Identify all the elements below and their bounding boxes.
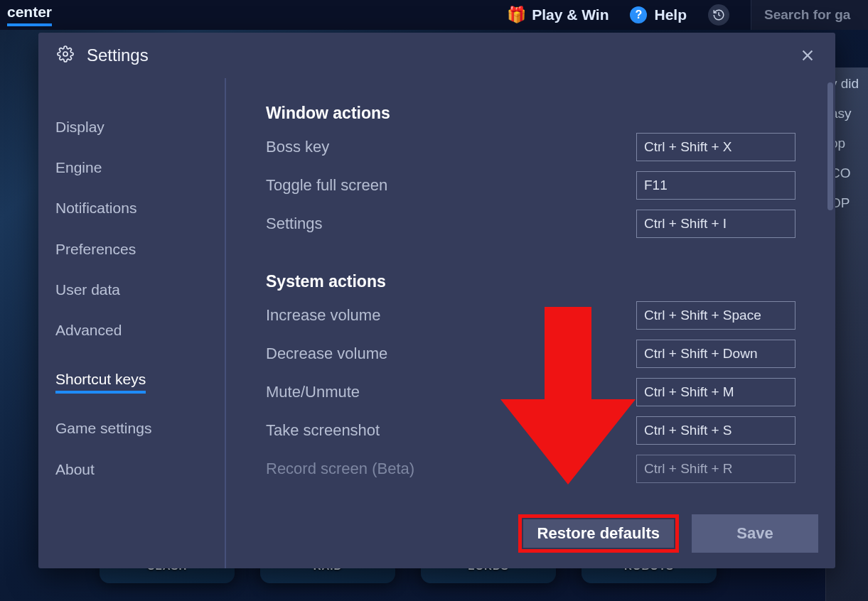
row-decrease-volume: Decrease volume Ctrl + Shift + Down: [266, 340, 795, 368]
section-window-actions-title: Window actions: [266, 104, 795, 123]
search-placeholder: Search for ga: [764, 7, 850, 23]
modal-title: Settings: [87, 45, 149, 65]
key-mute-unmute[interactable]: Ctrl + Shift + M: [636, 378, 795, 406]
key-decrease-volume[interactable]: Ctrl + Shift + Down: [636, 340, 795, 368]
sidebar-item-engine[interactable]: Engine: [55, 147, 225, 188]
sidebar-item-preferences[interactable]: Preferences: [55, 229, 225, 269]
label-increase-volume: Increase volume: [266, 306, 380, 325]
key-boss-key[interactable]: Ctrl + Shift + X: [636, 133, 795, 161]
settings-modal: Settings Display Engine Notifications Pr…: [38, 33, 835, 568]
row-mute-unmute: Mute/Unmute Ctrl + Shift + M: [266, 378, 795, 406]
svg-point-0: [63, 52, 68, 56]
help-link[interactable]: ? Help: [630, 6, 687, 23]
settings-sidebar: Display Engine Notifications Preferences…: [38, 78, 226, 568]
play-and-win-link[interactable]: 🎁 Play & Win: [508, 6, 609, 23]
label-settings-shortcut: Settings: [266, 215, 323, 233]
gear-icon: [57, 45, 74, 65]
restore-defaults-button[interactable]: Restore defaults: [518, 514, 679, 553]
key-increase-volume[interactable]: Ctrl + Shift + Space: [636, 301, 795, 330]
label-take-screenshot: Take screenshot: [266, 421, 380, 440]
close-icon: [800, 48, 815, 63]
play-and-win-label: Play & Win: [532, 6, 609, 23]
key-toggle-full-screen[interactable]: F11: [636, 171, 795, 200]
settings-content: Window actions Boss key Ctrl + Shift + X…: [226, 78, 835, 568]
label-boss-key: Boss key: [266, 138, 329, 156]
sidebar-item-game-settings[interactable]: Game settings: [55, 408, 225, 448]
sidebar-item-user-data[interactable]: User data: [55, 269, 225, 310]
sidebar-item-advanced[interactable]: Advanced: [55, 310, 225, 350]
label-record-screen: Record screen (Beta): [266, 460, 414, 478]
row-toggle-full-screen: Toggle full screen F11: [266, 171, 795, 200]
search-input[interactable]: Search for ga: [751, 0, 868, 30]
brand-tab[interactable]: center: [7, 4, 52, 26]
key-settings-shortcut[interactable]: Ctrl + Shift + I: [636, 210, 795, 238]
topbar: center 🎁 Play & Win ? Help Search for ga: [0, 0, 868, 30]
sidebar-item-display[interactable]: Display: [55, 107, 225, 147]
label-decrease-volume: Decrease volume: [266, 345, 387, 363]
help-icon: ?: [630, 6, 647, 23]
help-label: Help: [654, 6, 687, 23]
gift-icon: 🎁: [508, 6, 525, 23]
modal-footer: Restore defaults Save: [518, 514, 818, 553]
sidebar-item-notifications[interactable]: Notifications: [55, 188, 225, 228]
row-take-screenshot: Take screenshot Ctrl + Shift + S: [266, 416, 795, 445]
scrollbar-thumb[interactable]: [827, 82, 833, 210]
label-toggle-full-screen: Toggle full screen: [266, 176, 387, 195]
close-button[interactable]: [795, 43, 820, 67]
modal-body: Display Engine Notifications Preferences…: [38, 78, 835, 568]
row-boss-key: Boss key Ctrl + Shift + X: [266, 133, 795, 161]
key-take-screenshot[interactable]: Ctrl + Shift + S: [636, 416, 795, 445]
sidebar-item-about[interactable]: About: [55, 449, 225, 489]
row-increase-volume: Increase volume Ctrl + Shift + Space: [266, 301, 795, 330]
sidebar-item-shortcut-keys[interactable]: Shortcut keys: [55, 359, 146, 394]
save-button[interactable]: Save: [692, 514, 818, 553]
row-record-screen: Record screen (Beta) Ctrl + Shift + R: [266, 455, 795, 483]
modal-header: Settings: [38, 33, 835, 78]
history-icon: [712, 9, 725, 21]
key-record-screen[interactable]: Ctrl + Shift + R: [636, 455, 795, 483]
section-system-actions-title: System actions: [266, 272, 795, 291]
label-mute-unmute: Mute/Unmute: [266, 383, 360, 401]
history-button[interactable]: [708, 4, 729, 26]
row-settings-shortcut: Settings Ctrl + Shift + I: [266, 210, 795, 238]
